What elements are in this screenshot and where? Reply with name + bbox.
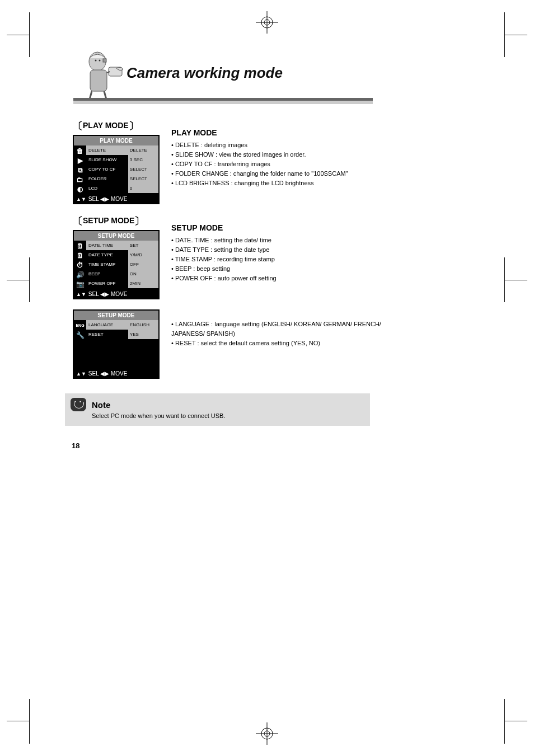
list-item: LANGUAGE : language setting (ENGLISH/ KO… xyxy=(171,320,412,339)
copy-icon: ⧉ xyxy=(75,166,85,175)
calendar-icon: 🗓 xyxy=(75,242,85,251)
trash-icon: 🗑 xyxy=(75,147,85,156)
lcd-menu-row: DATE. TIMESET xyxy=(86,241,158,250)
lcd-footer: ▲▼SEL ◀▶ MOVE xyxy=(74,369,158,378)
lcd-menu-row: BEEPON xyxy=(86,269,158,279)
svg-point-13 xyxy=(95,60,97,62)
lcd-menu-row xyxy=(86,358,158,368)
clock-icon: ⏱ xyxy=(75,261,85,270)
folder-icon: 🗀 xyxy=(75,175,85,184)
lcd-footer: ▲▼SEL ◀▶ MOVE xyxy=(74,195,158,203)
lcd-icon-column: 🗑 ▶ ⧉ 🗀 ◐ xyxy=(74,145,86,195)
description-list: DATE. TIME : setting the date/ time DATE… xyxy=(171,236,412,283)
list-item: COPY TO CF : transferring images xyxy=(171,159,412,169)
screen-label-text: PLAY MODE xyxy=(83,121,129,130)
page-number: 18 xyxy=(72,442,412,450)
list-item: DATE. TIME : setting the date/ time xyxy=(171,236,412,245)
language-icon: ENG xyxy=(75,321,85,330)
lcd-menu-row: DATE TYPEY/M/D xyxy=(86,250,158,260)
play-icon: ▶ xyxy=(75,156,85,165)
screen-label: 〔SETUP MODE〕 xyxy=(65,214,160,228)
lcd-header: SETUP MODE xyxy=(74,311,158,320)
list-item: POWER OFF : auto power off setting xyxy=(171,274,412,283)
lcd-icon-column: 🗓 🗓 ⏱ 🔊 📷 xyxy=(74,241,86,290)
section-title: SETUP MODE xyxy=(171,223,412,232)
lcd-header: PLAY MODE xyxy=(74,136,158,145)
lcd-footer: ▲▼SEL ◀▶ MOVE xyxy=(74,290,158,298)
lcd-icon-column: ENG 🔧 xyxy=(74,320,86,369)
svg-rect-9 xyxy=(103,59,106,62)
lcd-menu-row: SLIDE SHOW3 SEC xyxy=(86,155,158,165)
note-icon xyxy=(71,398,86,411)
lcd-menu-row: FOLDERSELECT xyxy=(86,174,158,184)
lcd-header: SETUP MODE xyxy=(74,231,158,241)
lcd-menu-row: LANGUAGEENGLISH xyxy=(86,320,158,330)
list-item: LCD BRIGHTNESS : changing the LCD bright… xyxy=(171,179,412,188)
sound-icon: 🔊 xyxy=(75,270,85,279)
lcd-menu-row: POWER OFF2MIN xyxy=(86,279,158,288)
list-item: BEEP : beep setting xyxy=(171,264,412,274)
lcd-screenshot-setup: SETUP MODE 🗓 🗓 ⏱ 🔊 📷 DATE. TIMESET DATE … xyxy=(73,230,160,299)
description-list: LANGUAGE : language setting (ENGLISH/ KO… xyxy=(171,320,412,348)
lcd-menu-row: RESETYES xyxy=(86,330,158,339)
lcd-menu-row: TIME STAMPOFF xyxy=(86,260,158,269)
register-mark-icon xyxy=(256,722,278,745)
power-icon: 📷 xyxy=(75,280,85,289)
list-item: FOLDER CHANGE : changing the folder name… xyxy=(171,169,412,179)
page-title: Camera working mode xyxy=(127,64,283,82)
list-item: DATE TYPE : setting the date type xyxy=(171,245,412,255)
list-item: RESET : select the default camera settin… xyxy=(171,339,412,348)
note-box: Note Select PC mode when you want to con… xyxy=(65,393,370,426)
lcd-screenshot-setup2: SETUP MODE ENG 🔧 LANGUAGEENGLISH RESETYE… xyxy=(73,309,160,379)
lcd-screenshot-play: PLAY MODE 🗑 ▶ ⧉ 🗀 ◐ DELETEDELETE SLIDE S… xyxy=(73,135,160,204)
lcd-menu-row xyxy=(86,339,158,349)
reset-icon: 🔧 xyxy=(75,331,85,340)
lcd-menu-row: COPY TO CFSELECT xyxy=(86,165,158,174)
list-item: SLIDE SHOW : view the stored images in o… xyxy=(171,150,412,159)
screen-label-text: SETUP MODE xyxy=(83,216,134,225)
register-mark-icon xyxy=(256,11,278,34)
note-body: Select PC mode when you want to connect … xyxy=(92,412,364,419)
section-title: PLAY MODE xyxy=(171,128,412,137)
screen-label: 〔PLAY MODE〕 xyxy=(65,119,160,133)
header-rule xyxy=(73,101,373,104)
note-title: Note xyxy=(92,400,110,410)
lcd-menu-row: DELETEDELETE xyxy=(86,145,158,155)
list-item: TIME STAMP : recording time stamp xyxy=(171,255,412,264)
svg-point-14 xyxy=(99,60,101,62)
brightness-icon: ◐ xyxy=(75,185,85,194)
list-item: DELETE : deleting images xyxy=(171,140,412,150)
svg-rect-10 xyxy=(90,70,107,91)
date-type-icon: 🗓 xyxy=(75,251,85,260)
description-list: DELETE : deleting images SLIDE SHOW : vi… xyxy=(171,140,412,188)
lcd-menu-row: LCD0 xyxy=(86,184,158,193)
mascot-illustration xyxy=(71,45,127,106)
lcd-menu-row xyxy=(86,349,158,358)
